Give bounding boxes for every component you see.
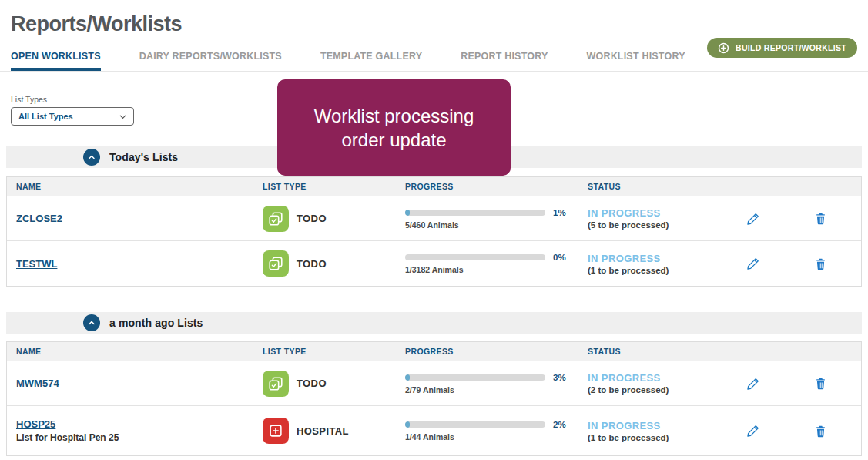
chevron-down-icon [119,112,127,121]
delete-button[interactable] [780,377,861,390]
status-detail: (5 to be processed) [588,220,726,230]
column-header-progress: PROGRESS [405,347,588,356]
chevron-up-icon [87,153,96,162]
build-button-label: BUILD REPORT/WORKLIST [736,43,846,52]
column-header-status: STATUS [588,182,726,191]
chevron-up-icon [87,318,96,327]
list-type-label: TODO [297,258,327,270]
build-report-worklist-button[interactable]: BUILD REPORT/WORKLIST [707,38,857,58]
edit-button[interactable] [726,424,780,438]
column-header-list-type: LIST TYPE [263,182,405,191]
worklists-table: NAME LIST TYPE PROGRESS STATUS MWM574 [6,341,862,456]
todo-icon [263,371,289,397]
pencil-icon [746,212,760,226]
animals-count: 5/460 Animals [405,220,580,230]
column-header-status: STATUS [588,347,726,356]
table-row: ZCLOSE2 TODO 1 [7,196,861,241]
progress-bar [405,421,545,428]
trash-icon [814,212,827,225]
table-row: TESTWL TODO 0% [7,241,861,286]
todo-icon [263,206,289,232]
collapse-section-button[interactable] [83,314,100,331]
section-title: Today's Lists [109,151,178,163]
status-badge: IN PROGRESS [588,253,726,264]
delete-button[interactable] [780,425,861,438]
list-types-select[interactable]: All List Types [11,107,134,126]
list-types-selected-value: All List Types [18,112,73,121]
table-row: HOSP25 List for Hospital Pen 25 HOSPITAL [7,406,861,455]
table-header-row: NAME LIST TYPE PROGRESS STATUS [7,342,861,361]
pencil-icon [746,377,760,391]
tab-worklist-history[interactable]: WORKLIST HISTORY [586,51,685,71]
animals-count: 1/44 Animals [405,432,580,442]
progress-percent: 1% [553,208,566,217]
table-row: MWM574 TODO 3% [7,361,861,406]
worklist-name-link[interactable]: ZCLOSE2 [16,213,62,224]
list-type-label: TODO [297,213,327,224]
pencil-icon [746,257,760,270]
table-header-row: NAME LIST TYPE PROGRESS STATUS [7,177,861,196]
status-detail: (2 to be processed) [588,385,726,395]
status-detail: (1 to be processed) [588,433,726,442]
animals-count: 2/79 Animals [405,385,580,395]
worklist-name-link[interactable]: TESTWL [16,258,57,270]
worklist-name-link[interactable]: HOSP25 [16,418,55,430]
worklist-name-link[interactable]: MWM574 [16,378,59,389]
column-header-progress: PROGRESS [405,182,588,191]
todo-icon [263,250,289,277]
column-header-name: NAME [16,347,263,356]
tab-bar: OPEN WORKLISTS DAIRY REPORTS/WORKLISTS T… [0,47,868,72]
pencil-icon [746,424,760,438]
section-header: a month ago Lists [6,312,862,334]
tab-template-gallery[interactable]: TEMPLATE GALLERY [320,51,422,71]
status-badge: IN PROGRESS [588,207,726,219]
column-header-name: NAME [16,182,263,191]
delete-button[interactable] [780,257,861,270]
list-type-label: HOSPITAL [297,425,349,437]
animals-count: 1/3182 Animals [405,265,580,274]
page-title: Reports/Worklists [0,0,868,36]
collapse-section-button[interactable] [83,149,100,166]
trash-icon [814,257,827,270]
worklist-subtitle: List for Hospital Pen 25 [16,432,263,443]
progress-bar [405,254,545,260]
progress-percent: 2% [553,420,566,429]
tab-open-worklists[interactable]: OPEN WORKLISTS [11,51,101,71]
tab-report-history[interactable]: REPORT HISTORY [461,51,548,71]
worklists-table: NAME LIST TYPE PROGRESS STATUS ZCLOSE2 [6,176,862,287]
edit-button[interactable] [726,377,780,391]
trash-icon [814,377,827,390]
reports-worklists-page: Reports/Worklists OPEN WORKLISTS DAIRY R… [0,0,868,460]
column-header-list-type: LIST TYPE [263,347,405,356]
status-badge: IN PROGRESS [588,420,726,431]
edit-button[interactable] [726,257,780,270]
progress-bar [405,374,545,381]
tab-dairy-reports-worklists[interactable]: DAIRY REPORTS/WORKLISTS [139,51,282,71]
list-type-label: TODO [297,378,327,389]
progress-percent: 0% [553,253,566,262]
tooltip-text: Worklist processing order update [298,104,491,152]
trash-icon [814,425,827,438]
progress-bar [405,210,545,216]
section-month-ago-lists: a month ago Lists NAME LIST TYPE PROGRES… [6,312,862,456]
section-title: a month ago Lists [109,317,203,329]
progress-percent: 3% [553,373,566,382]
delete-button[interactable] [780,212,861,225]
status-badge: IN PROGRESS [588,372,726,384]
plus-circle-icon [718,42,729,54]
hospital-icon [263,418,289,444]
status-detail: (1 to be processed) [588,266,726,275]
worklist-processing-tooltip: Worklist processing order update [277,79,511,176]
edit-button[interactable] [726,212,780,226]
